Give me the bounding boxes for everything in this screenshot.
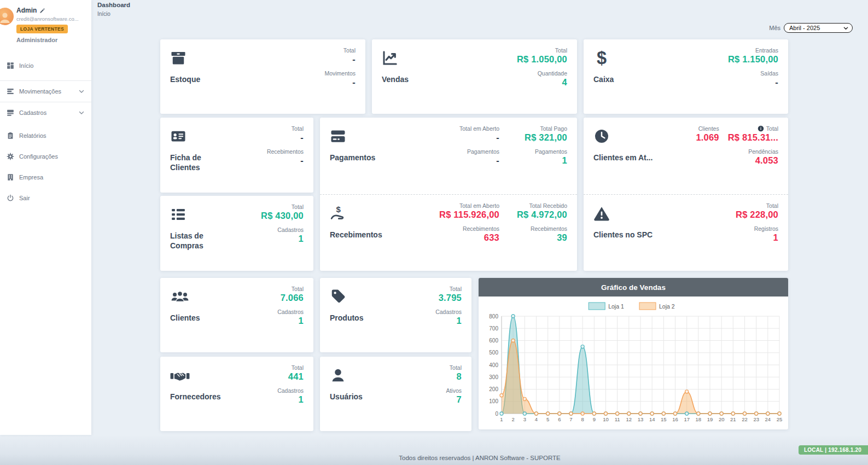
- card-ficha-clientes: Ficha de Clientes Total- Recebimentos-: [160, 118, 313, 193]
- id-card-icon: [170, 128, 187, 144]
- svg-text:0: 0: [495, 411, 498, 417]
- card-clientes-atraso-spc: Clientes em At... Clientes1.069 Total R$…: [584, 118, 788, 271]
- chart-line-icon: [382, 50, 398, 66]
- month-select-value: Abril - 2025: [789, 25, 820, 31]
- svg-text:100: 100: [489, 398, 498, 404]
- sidebar-item-inicio[interactable]: Início: [0, 55, 91, 76]
- svg-text:Loja 2: Loja 2: [659, 303, 675, 310]
- svg-text:14: 14: [649, 416, 655, 422]
- stat: Recebimentos39: [531, 225, 567, 243]
- stat: Total PagoR$ 321,00: [525, 125, 567, 143]
- page-title: Dashboard: [97, 2, 130, 8]
- sidebar-item-configuracoes[interactable]: Configurações: [0, 146, 91, 167]
- building-icon: [7, 173, 14, 181]
- stream-icon: [7, 88, 14, 95]
- credit-card-icon: [330, 128, 346, 144]
- svg-text:700: 700: [489, 326, 498, 332]
- card-clientes: Clientes Total7.066 Cadastros1: [160, 278, 313, 352]
- svg-text:19: 19: [707, 416, 713, 422]
- dollar-icon: $: [593, 50, 610, 66]
- svg-text:11: 11: [615, 416, 620, 422]
- svg-text:300: 300: [489, 374, 498, 380]
- card-title: Caixa: [593, 74, 614, 84]
- user-icon: [0, 10, 11, 25]
- info-icon[interactable]: [758, 125, 764, 132]
- sidebar-item-relatorios[interactable]: Relatórios: [0, 125, 91, 146]
- stat: Pagamentos1: [535, 148, 567, 166]
- user-profile: Admin credit@anronsoftware.co... LOJA VE…: [0, 0, 91, 45]
- svg-text:16: 16: [672, 416, 678, 422]
- stat: Ativos7: [446, 387, 462, 405]
- svg-text:10: 10: [603, 416, 609, 422]
- card-pagamentos-recebimentos: Pagamentos Total em Aberto- Pagamentos- …: [320, 118, 577, 271]
- svg-text:21: 21: [730, 416, 736, 422]
- stat: Cadastros1: [277, 387, 304, 405]
- stat: TotalR$ 430,00: [261, 204, 304, 221]
- card-title: Usuários: [330, 392, 363, 402]
- card-title: Fornecedores: [170, 392, 221, 402]
- card-estoque: Estoque Total- Movimentos-: [160, 39, 365, 114]
- svg-text:9: 9: [593, 416, 596, 422]
- sidebar-item-empresa[interactable]: Empresa: [0, 167, 91, 188]
- stat: Recebimentos-: [267, 148, 304, 166]
- card-title: Vendas: [382, 74, 409, 84]
- sidebar-item-sair[interactable]: Sair: [0, 188, 91, 208]
- stat: Cadastros1: [435, 309, 462, 326]
- svg-text:18: 18: [696, 416, 702, 422]
- sidebar: Admin credit@anronsoftware.co... LOJA VE…: [0, 0, 91, 435]
- svg-text:Loja 1: Loja 1: [608, 303, 624, 310]
- month-filter: Mês Abril - 2025: [769, 23, 853, 33]
- card-title: Clientes no SPC: [593, 230, 653, 240]
- stat: Cadastros1: [277, 309, 304, 326]
- users-icon: [170, 288, 190, 305]
- svg-text:20: 20: [719, 416, 725, 422]
- chevron-down-icon: [78, 109, 85, 116]
- svg-text:24: 24: [765, 416, 771, 422]
- stat: Cadastros1: [277, 226, 304, 244]
- sidebar-item-cadastros[interactable]: Cadastros: [0, 102, 91, 123]
- svg-text:500: 500: [489, 350, 498, 356]
- svg-text:13: 13: [638, 416, 644, 422]
- avatar[interactable]: [0, 8, 14, 25]
- user-role: Administrador: [16, 37, 87, 43]
- svg-text:22: 22: [742, 416, 748, 422]
- section-pagamentos: Pagamentos Total em Aberto- Pagamentos- …: [320, 118, 577, 194]
- box-icon: [170, 50, 187, 66]
- svg-text:4: 4: [535, 416, 538, 422]
- stat: Total-: [343, 47, 356, 65]
- handshake-icon: [170, 367, 190, 383]
- svg-text:25: 25: [777, 416, 783, 422]
- card-title: Pagamentos: [330, 153, 375, 162]
- stat: Total8: [450, 364, 462, 382]
- svg-text:7: 7: [569, 416, 572, 422]
- svg-text:17: 17: [684, 416, 690, 422]
- stat: Clientes1.069: [696, 125, 719, 143]
- stat: Quantidade4: [538, 70, 567, 88]
- card-usuarios: Usuários Total8 Ativos7: [320, 357, 471, 431]
- sidebar-item-movimentacoes[interactable]: Movimentações: [0, 81, 91, 102]
- stat: TotalR$ 1.050,00: [517, 47, 567, 65]
- grid-icon: [7, 62, 14, 69]
- svg-text:2: 2: [512, 416, 515, 422]
- footer-copyright: Todos direitos reservados | ANRON Softwa…: [91, 455, 868, 461]
- month-label: Mês: [769, 25, 780, 31]
- list-icon: [170, 206, 187, 223]
- month-select[interactable]: Abril - 2025: [784, 23, 853, 33]
- layers-icon: [7, 109, 14, 117]
- svg-text:3: 3: [523, 416, 526, 422]
- section-clientes-spc: Clientes no SPC TotalR$ 228,00 Registros…: [584, 194, 788, 271]
- card-fornecedores: Fornecedores Total441 Cadastros1: [160, 357, 313, 431]
- stat: Total7.066: [281, 286, 304, 303]
- hand-dollar-icon: $: [330, 205, 346, 222]
- section-recebimentos: $ Recebimentos Total em AbertoR$ 115.926…: [320, 194, 577, 271]
- user-name: Admin: [16, 7, 87, 14]
- svg-text:8: 8: [581, 416, 584, 422]
- card-title: Listas de Compras: [170, 231, 208, 251]
- warning-icon: [593, 205, 610, 222]
- svg-text:23: 23: [753, 416, 759, 422]
- stat: Total RecebidoR$ 4.972,00: [517, 202, 567, 220]
- pencil-icon[interactable]: [39, 8, 45, 14]
- svg-text:1: 1: [500, 416, 503, 422]
- svg-text:600: 600: [489, 338, 498, 344]
- stat: Total-: [292, 125, 304, 143]
